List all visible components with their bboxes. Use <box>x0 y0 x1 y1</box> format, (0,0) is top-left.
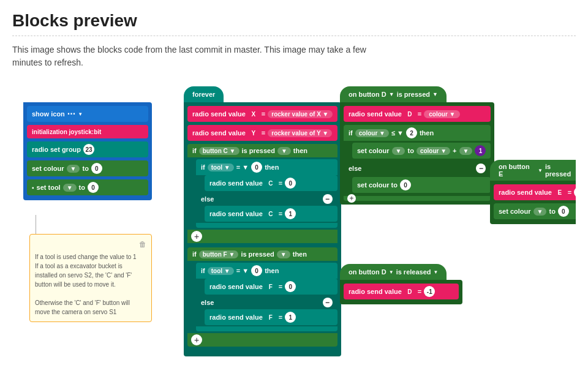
else-f-body: radio send value F = 1 <box>205 309 337 325</box>
if-tool-c-inner: if tool ▼ = ▼ 0 then radio send value C … <box>196 159 337 228</box>
on-button-d-released-group: on button D ▼ is released ▼ radio send v… <box>340 264 462 304</box>
on-button-d-released-hat: on button D ▼ is released ▼ <box>340 264 447 280</box>
on-button-d-pressed-group: on button D ▼ is pressed ▼ radio send va… <box>340 86 494 205</box>
description: This image shows the blocks code from th… <box>12 43 380 69</box>
set-colour-to-colour-plus-1: set colour ▼ to colour ▼ + ▼ 1 <box>352 143 491 159</box>
if-colour-body: set colour ▼ to colour ▼ + ▼ 1 <box>352 143 491 160</box>
on-start-group: on start show icon ··· ▼ initialization … <box>23 86 152 322</box>
forever-bottom <box>184 350 341 356</box>
on-start-hat: on start <box>23 86 65 102</box>
divider <box>12 36 576 36</box>
else-f-block: else − <box>196 296 337 309</box>
if-tool-f-bottom <box>196 326 337 331</box>
on-button-e-pressed-hat: on button E ▼ is pressed ▼ <box>490 160 576 181</box>
init-joystick-block: initialization joystick:bit <box>27 125 148 138</box>
else-colour-block: else − <box>344 162 491 175</box>
set-colour-e-0: set colour ▼ to 0 <box>494 203 576 219</box>
radio-send-c-0: radio send value C = 0 <box>205 175 337 191</box>
radio-send-d-minus1: radio send value D = -1 <box>344 284 459 299</box>
radio-send-x: radio send value X = rocker value of X ▼ <box>187 106 337 122</box>
page-title: Blocks preview <box>12 11 576 31</box>
forever-hat: forever <box>184 86 224 102</box>
set-colour-to-0-else: set colour to 0 <box>352 177 491 193</box>
else-c-body: radio send value C = 1 <box>205 206 337 222</box>
comment-title: 🗑 <box>35 239 146 250</box>
on-button-d-pressed-hat: on button D ▼ is pressed ▼ <box>340 86 447 102</box>
plus-row-2: + <box>187 333 337 347</box>
trash-icon: 🗑 <box>139 239 146 250</box>
show-icon-block: show icon ··· ▼ <box>27 106 148 122</box>
if-colour-block: if colour ▼ ≤ ▼ 2 then <box>344 125 491 141</box>
radio-send-f-1: radio send value F = 1 <box>205 309 337 325</box>
radio-send-d-colour: radio send value D = colour ▼ <box>344 106 491 122</box>
if-colour-bottom: + <box>344 196 491 201</box>
if-button-c-block: if button C ▼ is pressed ▼ then <box>187 144 337 157</box>
page-container: Blocks preview This image shows the bloc… <box>0 0 588 376</box>
blocks-area: on start show icon ··· ▼ initialization … <box>12 80 576 376</box>
radio-set-group-block: radio set group 23 <box>27 141 148 157</box>
comment-box: 🗑 If a tool is used change the value to … <box>29 234 152 322</box>
radio-send-f-0: radio send value F = 0 <box>205 279 337 295</box>
plus-row-1: + <box>187 230 337 243</box>
if-tool-f-body: radio send value F = 0 <box>205 279 337 295</box>
if-tool-c-bottom <box>196 223 337 228</box>
else-c-block: else − <box>196 192 337 206</box>
if-tool-block-c: if tool ▼ = ▼ 0 then <box>196 159 337 175</box>
radio-send-y: radio send value Y = rocker value of Y ▼ <box>187 125 337 141</box>
else-colour-body: set colour to 0 <box>352 177 491 194</box>
forever-group: forever radio send value X = rocker valu… <box>184 86 341 356</box>
radio-send-c-1: radio send value C = 1 <box>205 206 337 222</box>
comment-text: If a tool is used change the value to 1 … <box>35 252 146 317</box>
radio-send-e-0: radio send value E = 0 <box>494 184 576 200</box>
if-button-f-block: if button F ▼ is pressed ▼ then <box>187 247 337 261</box>
set-tool-block: ▪ set tool ▼ to 0 <box>27 179 148 195</box>
if-tool-block-f: if tool ▼ = ▼ 0 then <box>196 263 337 279</box>
set-colour-block: set colour ▼ to 0 <box>27 160 148 176</box>
on-button-e-pressed-group: on button E ▼ is pressed ▼ radio send va… <box>490 160 576 224</box>
if-tool-f-inner: if tool ▼ = ▼ 0 then radio send value F … <box>196 263 337 331</box>
if-tool-c-body: radio send value C = 0 <box>205 175 337 191</box>
